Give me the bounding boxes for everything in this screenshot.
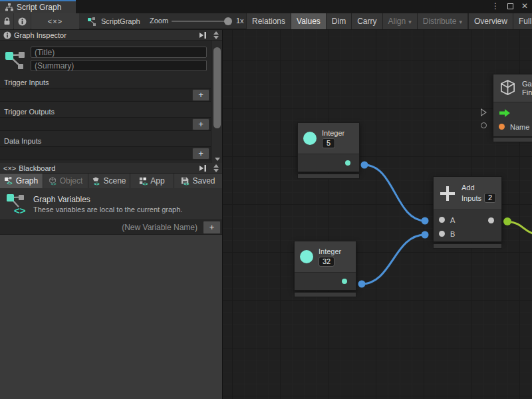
graph-variables-title: Graph Variables bbox=[33, 195, 182, 204]
tab-scene[interactable]: <> Scene bbox=[88, 174, 130, 188]
node-integer-5[interactable]: Integer 5 bbox=[297, 122, 360, 172]
window-controls: ⋮ ✕ bbox=[491, 1, 528, 11]
chevron-down-icon: ▾ bbox=[408, 19, 412, 25]
integer-output-port[interactable] bbox=[345, 160, 350, 166]
node-footer bbox=[294, 292, 356, 297]
add-data-input-button[interactable]: + bbox=[192, 148, 209, 160]
graph-name-group[interactable]: ScriptGraph bbox=[87, 13, 140, 29]
trigger-arrow-icon[interactable] bbox=[499, 108, 511, 118]
data-port-indicator-icon[interactable] bbox=[481, 122, 487, 128]
tab-script-graph[interactable]: Script Graph bbox=[0, 0, 76, 13]
cube-icon bbox=[499, 79, 517, 97]
edge-integer5-to-add-a[interactable] bbox=[364, 165, 425, 221]
node-game-object-find[interactable]: Gam Fin Name bbox=[493, 74, 532, 137]
node-title-line2: Fin bbox=[522, 88, 532, 97]
variables-icon: <×> bbox=[3, 164, 16, 172]
integer-value-field[interactable]: 5 bbox=[322, 138, 335, 148]
edge-add-output[interactable] bbox=[507, 221, 532, 234]
scroll-down-icon[interactable] bbox=[213, 169, 219, 172]
integer-type-icon bbox=[300, 250, 313, 263]
trigger-port-indicator-icon[interactable] bbox=[481, 108, 487, 116]
scroll-up-icon[interactable] bbox=[213, 31, 219, 35]
code-view-button[interactable]: <×> bbox=[31, 13, 79, 29]
string-input-port[interactable] bbox=[499, 124, 505, 130]
script-graph-icon bbox=[87, 17, 97, 27]
tab-bar: Script Graph ⋮ ✕ bbox=[0, 0, 532, 13]
tab-app[interactable]: <> App bbox=[130, 174, 174, 188]
node-title: Integer bbox=[319, 247, 341, 255]
tab-saved[interactable]: <> Saved bbox=[174, 174, 222, 188]
add-trigger-output-button[interactable]: + bbox=[192, 118, 209, 130]
lock-icon bbox=[3, 17, 11, 25]
carry-button[interactable]: Carry bbox=[351, 13, 382, 29]
node-add[interactable]: Add Inputs 2 A B bbox=[433, 176, 502, 242]
add-trigger-input-button[interactable]: + bbox=[192, 89, 209, 101]
new-variable-input[interactable] bbox=[0, 220, 201, 235]
info-icon bbox=[18, 17, 27, 26]
values-button[interactable]: Values bbox=[291, 13, 326, 29]
window-menu-icon[interactable]: ⋮ bbox=[491, 1, 499, 11]
graph-variables-description: These variables are local to the current… bbox=[33, 205, 182, 213]
app-icon: <> bbox=[139, 177, 148, 186]
tab-object[interactable]: <> Object bbox=[43, 174, 88, 188]
scrollbar-thumb[interactable] bbox=[213, 47, 221, 128]
lock-button[interactable] bbox=[0, 13, 13, 29]
dim-button[interactable]: Dim bbox=[326, 13, 351, 29]
zoom-slider-handle[interactable] bbox=[224, 17, 232, 25]
data-inputs-list: + bbox=[0, 146, 211, 160]
node-footer bbox=[493, 137, 532, 142]
node-integer-32[interactable]: Integer 32 bbox=[294, 241, 356, 291]
fullscreen-button[interactable]: Full Screen bbox=[513, 13, 532, 29]
graph-icon: <> bbox=[5, 177, 13, 186]
relations-button[interactable]: Relations bbox=[246, 13, 291, 29]
zoom-slider-track[interactable] bbox=[172, 21, 227, 22]
graph-variables-icon bbox=[3, 47, 28, 72]
input-port-b[interactable] bbox=[439, 231, 445, 237]
inputs-count-field[interactable]: 2 bbox=[484, 193, 496, 203]
dock-icon[interactable] bbox=[198, 32, 208, 39]
scroll-arrows[interactable] bbox=[211, 164, 221, 172]
node-title: Add bbox=[462, 184, 496, 192]
maximize-icon[interactable] bbox=[507, 3, 513, 9]
info-button[interactable] bbox=[14, 13, 31, 29]
graph-canvas[interactable]: Integer 5 Integer 32 bbox=[223, 30, 532, 399]
scroll-up-icon[interactable] bbox=[213, 164, 219, 168]
scroll-down-icon[interactable] bbox=[213, 36, 219, 39]
input-port-a[interactable] bbox=[439, 217, 445, 223]
trigger-inputs-label: Trigger Inputs bbox=[0, 76, 211, 88]
svg-text:<>: <> bbox=[143, 181, 148, 185]
inputs-label: Inputs bbox=[462, 194, 481, 202]
integer-output-port[interactable] bbox=[342, 279, 347, 284]
toolbar-buttons: Relations Values Dim Carry Align▾ Distri… bbox=[246, 13, 532, 29]
integer-value-field[interactable]: 32 bbox=[319, 257, 334, 267]
overview-button[interactable]: Overview bbox=[468, 13, 513, 29]
graph-variables-icon: <> bbox=[5, 192, 27, 216]
scene-icon: <> bbox=[92, 177, 100, 186]
graph-title-field[interactable] bbox=[31, 47, 207, 58]
svg-text:<>: <> bbox=[51, 181, 56, 185]
align-button[interactable]: Align▾ bbox=[382, 13, 417, 29]
node-title: Integer bbox=[322, 129, 344, 137]
port-row-b: B bbox=[434, 227, 501, 241]
scroll-arrows[interactable] bbox=[211, 31, 221, 39]
node-footer bbox=[297, 174, 360, 179]
blackboard-tabs: <> Graph <> Object <> Scene bbox=[0, 174, 222, 188]
dock-icon[interactable] bbox=[198, 165, 208, 172]
svg-text:<>: <> bbox=[7, 181, 12, 186]
add-output-port[interactable] bbox=[488, 217, 494, 223]
graph-toolbar: <×> ScriptGraph Zoom 1x Relations Values… bbox=[0, 13, 532, 29]
graph-summary-field[interactable] bbox=[31, 60, 207, 71]
zoom-value: 1x bbox=[236, 17, 244, 25]
scroll-down-icon[interactable] bbox=[215, 158, 220, 161]
graph-inspector-title: Graph Inspector bbox=[14, 31, 66, 39]
tab-title: Script Graph bbox=[17, 3, 61, 12]
close-icon[interactable]: ✕ bbox=[521, 1, 528, 11]
blackboard-empty-area bbox=[0, 235, 222, 399]
trigger-outputs-label: Trigger Outputs bbox=[0, 105, 211, 117]
edge-integer32-to-add-b[interactable] bbox=[362, 235, 425, 284]
add-variable-button[interactable]: + bbox=[203, 221, 221, 234]
distribute-button[interactable]: Distribute▾ bbox=[417, 13, 467, 29]
tab-graph[interactable]: <> Graph bbox=[0, 174, 43, 188]
inspector-scrollbar[interactable] bbox=[211, 41, 222, 163]
graph-name-label: ScriptGraph bbox=[101, 17, 140, 25]
